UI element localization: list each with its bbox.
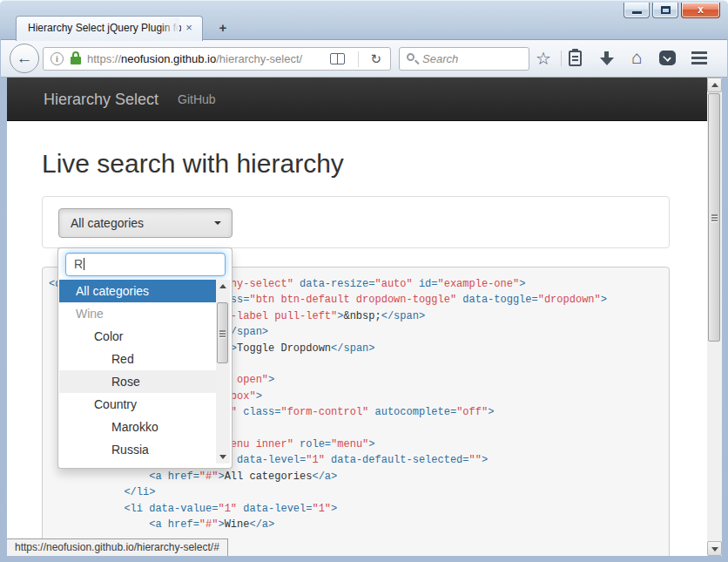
dropdown-scrollbar-thumb[interactable] (217, 302, 228, 363)
maximize-icon (661, 6, 671, 14)
scroll-up-icon[interactable] (219, 284, 226, 288)
url-host: neofusion.github.io (121, 52, 216, 65)
dropdown-item-marokko[interactable]: Marokko (59, 416, 217, 438)
dropdown-search-input[interactable]: R (65, 253, 226, 276)
code-line: <a href="#">Wine</a> (49, 517, 669, 532)
dropdown-search-value: R (74, 257, 83, 271)
code-line: <li data-value="1" data-level="1"> (49, 501, 669, 517)
page-scrollbar-thumb[interactable] (708, 93, 720, 342)
url-path: /hierarchy-select/ (216, 52, 302, 65)
close-icon: x (682, 3, 719, 17)
hamburger-menu-icon[interactable] (690, 49, 709, 68)
page-info-icon[interactable]: i (51, 52, 64, 65)
url-scheme: https:// (87, 52, 121, 65)
maximize-button[interactable] (652, 3, 678, 18)
home-icon[interactable]: ⌂ (627, 49, 646, 68)
page-scroll-down-button[interactable] (707, 541, 722, 556)
tab-title: Hierarchy Select jQuery Plugin fo (28, 17, 181, 39)
site-brand-link[interactable]: Hierarchy Select (44, 78, 158, 121)
bookmarks-menu-icon[interactable] (566, 49, 585, 68)
reader-mode-icon[interactable] (330, 53, 345, 64)
dropdown-item-red[interactable]: Red (59, 348, 217, 370)
dropdown-item-color[interactable]: Color (59, 325, 217, 348)
demo-panel: All categories (42, 196, 670, 248)
downloads-icon[interactable] (597, 49, 617, 68)
url-bar[interactable]: i https://neofusion.github.io/hierarchy-… (43, 47, 391, 71)
dropdown-scrollbar[interactable] (216, 280, 230, 464)
dropdown-item-wine[interactable]: Wine (59, 302, 217, 325)
dropdown-item-russia[interactable]: Russia (59, 438, 217, 461)
back-button[interactable]: ← (10, 44, 39, 73)
page-viewport: Hierarchy Select GitHub Live search with… (7, 78, 707, 556)
caret-down-icon (214, 221, 221, 225)
dropdown-item-country[interactable]: Country (59, 393, 217, 416)
hierarchy-select-button[interactable]: All categories (58, 208, 233, 238)
scroll-down-icon[interactable] (219, 455, 226, 459)
dropdown-item-rose[interactable]: Rose (59, 370, 217, 393)
minimize-button[interactable] (624, 3, 650, 18)
window-controls: x (624, 3, 720, 20)
close-button[interactable]: x (681, 3, 720, 18)
tab-close-icon[interactable]: × (182, 21, 196, 35)
code-line: </li> (49, 484, 669, 500)
browser-window: Hierarchy Select jQuery Plugin fo × + x … (0, 0, 728, 562)
urlbar-separator (358, 51, 359, 67)
search-bar[interactable]: Search (399, 47, 529, 71)
tab-title-fade (160, 17, 179, 38)
page-title: Live search with hierarchy (42, 149, 344, 179)
search-icon (407, 53, 415, 61)
status-tooltip: https://neofusion.github.io/hierarchy-se… (7, 538, 228, 556)
nav-link-github[interactable]: GitHub (178, 78, 216, 121)
titlebar: Hierarchy Select jQuery Plugin fo × + x (0, 1, 728, 40)
url-text[interactable]: https://neofusion.github.io/hierarchy-se… (87, 48, 302, 70)
text-cursor (84, 258, 84, 270)
browser-tab[interactable]: Hierarchy Select jQuery Plugin fo × (16, 16, 203, 41)
search-placeholder: Search (422, 48, 458, 70)
page-scroll-up-button[interactable] (707, 78, 722, 92)
dropdown-item-all-categories[interactable]: All categories (59, 280, 217, 302)
navigation-toolbar: ← i https://neofusion.github.io/hierarch… (1, 39, 727, 78)
selected-value-label: All categories (71, 209, 144, 237)
dropdown-list: All categoriesWineColorRedRoseCountryMar… (59, 280, 217, 461)
toolbar-separator (561, 51, 562, 66)
new-tab-button[interactable]: + (212, 19, 234, 37)
hierarchy-dropdown: R All categoriesWineColorRedRoseCountryM… (57, 247, 233, 469)
https-lock-icon[interactable] (71, 51, 81, 66)
code-line: <a href="#">All categories</a> (49, 469, 669, 484)
bookmark-star-icon[interactable]: ☆ (534, 49, 553, 68)
page-scrollbar[interactable] (707, 78, 722, 556)
refresh-icon[interactable]: ↻ (370, 50, 381, 69)
pocket-icon[interactable] (658, 49, 677, 68)
minimize-icon (632, 11, 642, 14)
site-navbar: Hierarchy Select GitHub (7, 78, 707, 121)
